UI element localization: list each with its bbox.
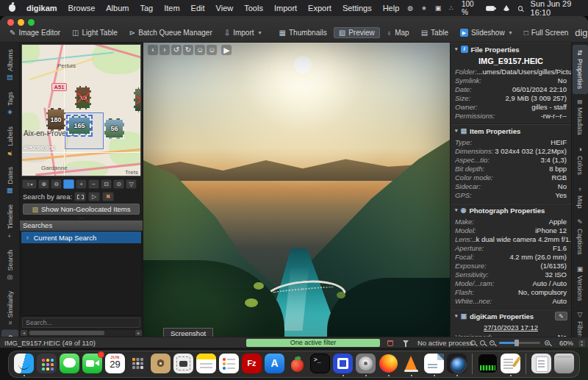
zoom-percentage[interactable]: 60% [554, 339, 573, 347]
zoom-100-icon[interactable] [480, 340, 485, 345]
battery-icon[interactable] [486, 6, 495, 11]
map-photo-cluster[interactable]: 56 [104, 118, 124, 139]
menubar-clock[interactable]: Sun Jun 29 16:10 [531, 0, 579, 17]
network-icon[interactable]: ∴ [449, 4, 453, 12]
dock-facetime-icon[interactable] [82, 354, 102, 373]
rotate-right-button[interactable]: ↻ [183, 45, 193, 55]
dock-filezilla-icon[interactable]: Fz [242, 354, 262, 373]
thumbnails-button[interactable]: ▦ Thumbnails [274, 27, 332, 38]
edit-properties-button[interactable]: ✎ [555, 312, 567, 320]
scroll-right-icon[interactable]: ▸ [135, 330, 142, 336]
tab-colors[interactable]: ◑Colors [573, 140, 588, 180]
sidebar-tab-search[interactable]: ◎Search [1, 245, 18, 287]
menubar-menu-item[interactable]: Item [164, 4, 179, 12]
active-filter-badge[interactable]: One active filter [246, 339, 380, 347]
dock-screenshot-icon[interactable] [173, 354, 193, 373]
dock-reminders-icon[interactable] [219, 354, 239, 373]
digikam-properties-header[interactable]: ▾ ▣ digiKam Properties [451, 310, 571, 322]
full-screen-button[interactable]: □ Full Screen [519, 27, 574, 38]
zoom-in-icon[interactable]: + [545, 340, 550, 345]
trash-icon[interactable] [387, 340, 393, 346]
menubar-app-name[interactable]: digikam [26, 4, 57, 12]
image-editor-button[interactable]: ✎ Image Editor [4, 27, 65, 38]
map-center-button[interactable]: ⊙ [113, 179, 124, 189]
select-region-icon[interactable] [74, 192, 86, 201]
map-zoom-out-button[interactable]: ⊖ [51, 179, 62, 189]
zoom-slider-thumb[interactable] [514, 340, 519, 346]
scroll-left-icon[interactable]: ◂ [21, 330, 27, 336]
item-properties-header[interactable]: ▾ ▤ Item Properties [451, 125, 571, 137]
dock-libreoffice-icon[interactable] [424, 354, 444, 373]
sidebar-tab-labels[interactable]: ⚑Labels [1, 121, 18, 162]
dock-messages-icon[interactable] [60, 354, 79, 373]
searches-filter-input[interactable] [22, 318, 140, 328]
show-non-geolocated-button[interactable]: ▧ Show Non-Geolocated Items [23, 204, 140, 215]
menubar-menu-item[interactable]: Tag [140, 4, 153, 12]
menubar-menu-item[interactable]: Edit [191, 4, 205, 12]
tab-map[interactable]: ♁Map [573, 180, 588, 214]
menubar-menu-item[interactable]: Tools [244, 4, 263, 12]
map-photo-cluster[interactable] [134, 87, 141, 112]
map-decrease-thumb-button[interactable]: − [88, 179, 99, 189]
scrollbar-track[interactable] [28, 330, 135, 336]
status-icon-misc1[interactable]: ◍ [407, 4, 413, 12]
image-preview[interactable]: ‹ › ↺ ↻ ☺ ☺ ▶ Screenshot [143, 43, 450, 337]
rotate-left-button[interactable]: ↺ [171, 45, 182, 55]
wifi-icon[interactable] [503, 5, 510, 11]
sidebar-tab-albums[interactable]: ▤Albums [1, 44, 18, 87]
map-photo-cluster-selected[interactable]: 165 [68, 116, 91, 135]
zoom-fit-icon[interactable] [470, 340, 476, 345]
dock-minimized-window-thumbnail[interactable] [478, 354, 498, 373]
sidebar-tab-tags[interactable]: ◈Tags [1, 87, 18, 121]
table-button[interactable]: ▤ Table [416, 27, 453, 38]
tab-versions[interactable]: ▣Versions [573, 260, 588, 306]
menubar-menu-item[interactable]: Export [308, 4, 331, 12]
map-view[interactable]: Pertuis A51 Aix-en-Provence Gardanne Tre… [21, 44, 141, 176]
add-face-tag-button[interactable]: ☺ [207, 45, 217, 55]
scrollbar-thumb[interactable] [29, 331, 104, 335]
zoom-spinner[interactable]: ▴▾ [578, 339, 586, 348]
bluetooth-icon[interactable]: ∗ [421, 4, 427, 12]
zoom-slider[interactable] [499, 342, 540, 344]
map-button[interactable]: ♁ Map [381, 27, 415, 38]
slideshow-button[interactable]: ▶ Slideshow ▾ [455, 27, 517, 38]
pan-mode-icon[interactable]: ▷ [88, 192, 100, 201]
dock-strawberry-icon[interactable] [287, 354, 307, 373]
map-photo-cluster[interactable]: 180 [46, 108, 65, 131]
dock-launchpad-icon[interactable] [37, 354, 57, 373]
menubar-menu-item[interactable]: Browse [68, 4, 96, 12]
dock-trash-icon[interactable] [554, 354, 574, 373]
menubar-menu-item[interactable]: Help [383, 4, 400, 12]
dock-calculator-icon[interactable] [128, 354, 148, 373]
menubar-menu-item[interactable]: Import [274, 4, 297, 12]
clear-selection-icon[interactable]: ✖ [102, 192, 114, 201]
map-mode-button[interactable] [63, 179, 74, 189]
map-increase-thumb-button[interactable]: + [76, 179, 87, 189]
map-backend-button[interactable]: ♁▾ [22, 179, 37, 189]
tab-properties[interactable]: ⇆Properties [573, 45, 588, 94]
show-face-tags-button[interactable]: ☺ [195, 45, 205, 55]
display-icon[interactable]: ▣ [435, 4, 442, 12]
filter-icon[interactable] [403, 340, 409, 344]
dock-photo-booth-icon[interactable] [151, 354, 171, 373]
menubar-menu-item[interactable]: View [216, 4, 234, 12]
map-zoom-in-button[interactable]: ⊕ [38, 179, 49, 189]
zoom-out-icon[interactable]: − [490, 340, 495, 345]
dock-textedit-icon[interactable] [501, 354, 520, 373]
map-filter-button[interactable]: ▽ [126, 179, 137, 189]
map-fit-button[interactable]: ⊡ [101, 179, 112, 189]
next-image-button[interactable]: › [159, 45, 170, 55]
apple-menu-icon[interactable] [9, 4, 15, 12]
menubar-menu-item[interactable]: Settings [343, 4, 372, 12]
light-table-button[interactable]: ◫ Light Table [67, 27, 123, 38]
dock-calendar-icon[interactable]: JUN29 [105, 354, 125, 373]
tab-captions[interactable]: ✎Captions [573, 213, 588, 260]
search-item-current-map[interactable]: ♁ Current Map Search [21, 232, 141, 243]
preview-button[interactable]: ▧ Preview [334, 27, 380, 38]
map-photo-cluster[interactable]: 10 [75, 86, 91, 110]
dock-notes-icon[interactable] [196, 354, 216, 373]
menubar-menu-item[interactable]: Album [106, 4, 129, 12]
sidebar-tab-timeline[interactable]: ◔Timeline [1, 199, 18, 245]
dock-vlc-icon[interactable] [401, 354, 421, 373]
dock-documents-folder-icon[interactable] [531, 354, 551, 373]
